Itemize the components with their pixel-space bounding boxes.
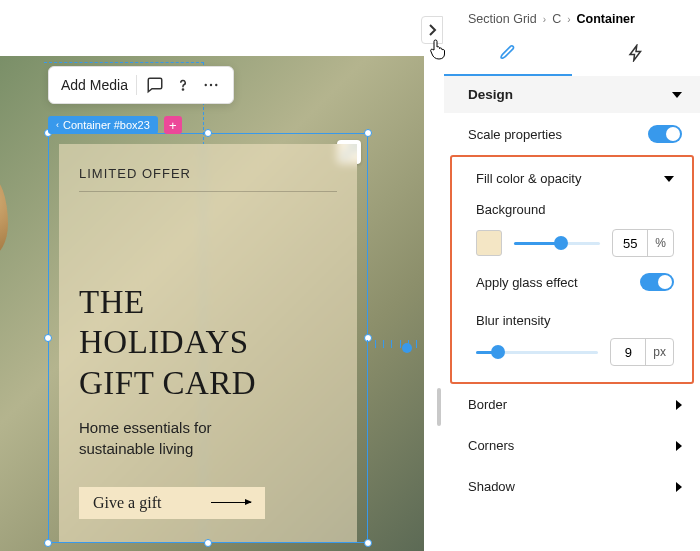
svg-point-0	[182, 89, 183, 90]
decor-shape	[0, 176, 8, 256]
row-corners[interactable]: Corners	[444, 425, 700, 466]
blur-controls: px	[452, 334, 692, 376]
blur-unit: px	[645, 339, 673, 365]
label-apply-glass: Apply glass effect	[476, 275, 578, 290]
chevron-right-icon	[676, 400, 682, 410]
row-shadow[interactable]: Shadow	[444, 466, 700, 507]
svg-point-1	[204, 84, 206, 86]
opacity-input[interactable]	[613, 236, 647, 251]
resize-handle[interactable]	[44, 334, 52, 342]
resize-handle[interactable]	[204, 539, 212, 547]
selection-frame[interactable]: LIMITED OFFER THE HOLIDAYS GIFT CARD Hom…	[48, 133, 368, 543]
cta-label: Give a gift	[93, 494, 161, 512]
opacity-unit: %	[647, 230, 673, 256]
label-border: Border	[468, 397, 507, 412]
edge-anchor[interactable]	[402, 343, 412, 353]
title-line: HOLIDAYS	[79, 322, 337, 362]
gift-card-container[interactable]: LIMITED OFFER THE HOLIDAYS GIFT CARD Hom…	[59, 144, 357, 542]
blur-input[interactable]	[611, 345, 645, 360]
comment-icon[interactable]	[145, 75, 165, 95]
card-title: THE HOLIDAYS GIFT CARD	[79, 282, 337, 403]
panel-body: Design Scale properties Fill color & opa…	[444, 76, 700, 551]
help-icon[interactable]	[173, 75, 193, 95]
opacity-input-group: %	[612, 229, 674, 257]
bolt-icon	[627, 44, 645, 62]
chevron-right-icon	[427, 24, 437, 36]
breadcrumb: Section Grid › C › Container	[444, 0, 700, 32]
arrow-right-icon	[211, 502, 251, 503]
slider-thumb[interactable]	[491, 345, 505, 359]
chevron-right-icon: ›	[543, 14, 546, 25]
chevron-right-icon	[676, 441, 682, 451]
blur-input-group: px	[610, 338, 674, 366]
more-icon[interactable]	[201, 75, 221, 95]
opacity-slider[interactable]	[514, 234, 600, 252]
blur-slider[interactable]	[476, 343, 598, 361]
fill-opacity-callout: Fill color & opacity Background % Apply …	[450, 155, 694, 384]
resize-handle[interactable]	[204, 129, 212, 137]
resize-handle[interactable]	[364, 129, 372, 137]
selection-tag-label: Container #box23	[63, 119, 150, 131]
label-background: Background	[452, 190, 692, 223]
breadcrumb-current: Container	[577, 12, 635, 26]
toolbar-separator	[136, 75, 137, 95]
selection-tag[interactable]: ‹ Container #box23	[48, 116, 158, 134]
chevron-left-icon: ‹	[56, 120, 59, 130]
color-swatch[interactable]	[476, 230, 502, 256]
add-element-button[interactable]: +	[164, 116, 182, 134]
chevron-right-icon	[676, 482, 682, 492]
tab-interactions[interactable]	[572, 32, 700, 76]
label-fill-opacity: Fill color & opacity	[476, 171, 581, 186]
floating-toolbar: Add Media	[48, 66, 234, 104]
row-scale-properties: Scale properties	[444, 113, 700, 155]
title-line: THE	[79, 282, 337, 322]
resize-handle[interactable]	[44, 539, 52, 547]
canvas-topbar	[0, 0, 424, 56]
card-subtitle: Home essentials for sustainable living	[79, 417, 337, 459]
sub-line: sustainable living	[79, 438, 337, 459]
title-line: GIFT CARD	[79, 363, 337, 403]
svg-point-2	[210, 84, 212, 86]
label-shadow: Shadow	[468, 479, 515, 494]
panel-collapse-button[interactable]	[421, 16, 443, 44]
canvas-area: Add Media ‹ Container #box23 + LIMITED O…	[0, 0, 424, 551]
toggle-scale-properties[interactable]	[648, 125, 682, 143]
eyebrow-text: LIMITED OFFER	[79, 166, 337, 192]
chevron-down-icon	[664, 176, 674, 182]
section-title: Design	[468, 87, 513, 102]
resize-handle[interactable]	[364, 539, 372, 547]
section-design-header[interactable]: Design	[444, 76, 700, 113]
row-fill-opacity[interactable]: Fill color & opacity	[452, 157, 692, 190]
chevron-right-icon: ›	[567, 14, 570, 25]
selection-tag-row: ‹ Container #box23 +	[48, 116, 182, 134]
breadcrumb-item[interactable]: C	[552, 12, 561, 26]
toggle-apply-glass[interactable]	[640, 273, 674, 291]
chevron-down-icon	[672, 92, 682, 98]
add-media-button[interactable]: Add Media	[61, 77, 128, 93]
plus-icon: +	[169, 118, 177, 133]
svg-point-3	[215, 84, 217, 86]
inspector-panel: Section Grid › C › Container Design Scal…	[444, 0, 700, 551]
row-border[interactable]: Border	[444, 384, 700, 425]
breadcrumb-item[interactable]: Section Grid	[468, 12, 537, 26]
label-blur-intensity: Blur intensity	[452, 301, 692, 334]
row-apply-glass: Apply glass effect	[452, 263, 692, 301]
brush-icon	[498, 43, 518, 63]
slider-thumb[interactable]	[554, 236, 568, 250]
panel-tabs	[444, 32, 700, 76]
background-controls: %	[452, 223, 692, 263]
scrollbar[interactable]	[437, 388, 441, 426]
cta-button[interactable]: Give a gift	[79, 487, 265, 519]
label-corners: Corners	[468, 438, 514, 453]
tab-design[interactable]	[444, 32, 572, 76]
sub-line: Home essentials for	[79, 417, 337, 438]
label-scale-properties: Scale properties	[468, 127, 562, 142]
